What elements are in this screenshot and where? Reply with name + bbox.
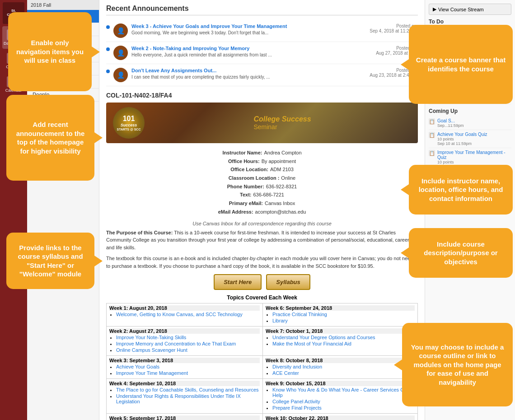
coming-up-title-item[interactable]: Improve Your Time Management - Quiz (437, 150, 511, 160)
week-header: Week 6: September 24, 2018 (266, 305, 415, 311)
topic-link[interactable]: The Place to go for Coachable Skills, Co… (116, 387, 259, 392)
topic-link[interactable]: Achieve Your Goals (116, 364, 159, 369)
announcement-title[interactable]: Don't Leave Any Assignments Out... (131, 68, 370, 73)
announcement-item: 👤 Don't Leave Any Assignments Out... I c… (106, 64, 418, 86)
callout-links: Provide links to the course syllabus and… (6, 233, 94, 289)
callout-nav: Enable only navigation items you will us… (8, 12, 92, 91)
textbook-text: The textbook for this course is an e-boo… (106, 255, 418, 270)
phone-val: 636-922-8321 (266, 184, 297, 189)
view-course-stream-button[interactable]: ▶ View Course Stream (429, 4, 511, 15)
coming-up-sub: 10 points (437, 137, 511, 141)
syllabus-button[interactable]: Syllabus (266, 274, 310, 290)
coming-up-body: Achieve Your Goals Quiz 10 points Sep 10… (437, 132, 511, 146)
banner-title: College Success (253, 115, 311, 123)
banner-title-area: College Success Seminar (253, 115, 311, 131)
coming-up-icon: 📋 (429, 118, 435, 125)
nav-year: 2018 Fall (27, 0, 99, 10)
week-header: Week 1: August 20, 2018 (109, 305, 260, 311)
callout-description-text: Include course description/purpose or ob… (416, 240, 506, 266)
banner-circle-text: 101 Success STARTS @ SCC (117, 114, 141, 131)
coming-up-title-item[interactable]: Goal S... (437, 118, 511, 123)
canvas-notice: Use Canvas Inbox for all correspondence … (106, 221, 418, 226)
callout-instructor-text: Include instructor name, location, offic… (416, 177, 506, 203)
week-header: Week 4: September 10, 2018 (109, 381, 260, 386)
callout-links-arrow (94, 256, 103, 266)
week-header: Week 3: September 3, 2018 (109, 358, 260, 363)
todo-title: To Do (429, 19, 511, 25)
callout-outline: You may choose to include a course outli… (402, 323, 513, 406)
topic-cell: Week 3: September 3, 2018Achieve Your Go… (107, 356, 263, 379)
topic-link[interactable]: Understand Your Degree Options and Cours… (272, 335, 375, 340)
callout-nav-text: Enable only navigation items you will us… (15, 38, 85, 65)
instructor-name-label: Instructor Name: (222, 150, 262, 155)
avatar: 👤 (113, 23, 128, 38)
announcement-preview: Hello everyone, Just a quick reminder th… (131, 52, 376, 57)
announcement-title[interactable]: Week 2 - Note-Taking and Improving Your … (131, 46, 376, 51)
topic-link[interactable]: ACE Center (272, 370, 299, 376)
announcement-dot (106, 47, 110, 51)
callout-description: Include course description/purpose or ob… (409, 228, 513, 278)
course-banner: 101 Success STARTS @ SCC College Success… (106, 103, 418, 143)
topic-link[interactable]: Online Campus Scavenger Hunt (116, 347, 187, 353)
banner-circle: 101 Success STARTS @ SCC (113, 107, 145, 139)
announcements-title: Recent Announcements (106, 5, 418, 15)
office-hours-label: Office Hours: (228, 159, 260, 164)
purpose-text: The Purpose of this Course: This is a 10… (106, 229, 418, 252)
office-location-val: ADM 2103 (270, 167, 294, 172)
week-header: Week 2: August 27, 2018 (109, 328, 260, 334)
week-header: Week 9: October 15, 2018 (266, 381, 415, 386)
coming-up-title: Coming Up (429, 108, 511, 114)
announcement-title[interactable]: Week 3 - Achieve Your Goals and Improve … (131, 23, 370, 29)
banner-subtitle: Seminar (253, 123, 311, 131)
callout-instructor: Include instructor name, location, offic… (409, 165, 513, 215)
announcement-item: 👤 Week 3 - Achieve Your Goals and Improv… (106, 20, 418, 42)
main-content: Recent Announcements 👤 Week 3 - Achieve … (99, 0, 425, 420)
topic-cell: Week 10: October 22, 2018Final Paper & P… (263, 414, 418, 420)
topic-cell: Week 7: October 1, 2018Understand Your D… (263, 327, 418, 356)
week-header: Week 10: October 22, 2018 (266, 415, 415, 420)
email-label: Primary eMail: (229, 201, 263, 206)
topic-link[interactable]: Understand Your Rights & Responsibilitie… (116, 393, 241, 404)
action-buttons: Start Here Syllabus (106, 274, 418, 290)
topic-link[interactable]: Prepare Final Projects (272, 405, 322, 411)
topic-cell: Week 9: October 15, 2018Know Who You Are… (263, 379, 418, 414)
topic-link[interactable]: Improve Your Time Management (116, 370, 188, 376)
start-here-button[interactable]: Start Here (214, 274, 262, 290)
avatar: 👤 (113, 68, 128, 82)
topic-link[interactable]: Diversity and Inclusion (272, 364, 322, 369)
week-header: Week 8: October 8, 2018 (266, 358, 415, 363)
topic-cell: Week 4: September 10, 2018The Place to g… (107, 379, 263, 414)
topic-link[interactable]: Library (272, 318, 288, 323)
topic-cell: Week 1: August 20, 2018Welcome, Getting … (107, 303, 263, 327)
announcement-body: Week 3 - Achieve Your Goals and Improve … (131, 23, 370, 35)
callout-description-arrow (401, 247, 409, 258)
email-val: Canvas Inbox (265, 201, 295, 206)
topic-cell: Week 2: August 27, 2018Improve Your Note… (107, 327, 263, 356)
purpose-label: The Purpose of this Course: (106, 230, 173, 235)
coming-up-icon: 📋 (429, 132, 435, 138)
week-header: Week 5: September 17, 2018 (109, 415, 260, 420)
callout-outline-text: You may choose to include a course outli… (409, 343, 506, 387)
topic-link[interactable]: Improve Memory and Concentration to Ace … (116, 341, 236, 346)
topics-title: Topics Covered Each Week (106, 294, 418, 301)
instructor-info: Instructor Name:Andrea Compton Office Ho… (106, 149, 418, 216)
announcement-dot (106, 25, 110, 29)
coming-up-title-item[interactable]: Achieve Your Goals Quiz (437, 132, 511, 137)
announcement-preview: I can see that most of you are completin… (131, 75, 370, 79)
topic-link[interactable]: Improve Your Note-Taking Skills (116, 335, 186, 340)
mail-val: acompton@stchas.edu (255, 209, 306, 215)
topic-link[interactable]: Know Who You Are & Do What You Are - Car… (272, 387, 409, 398)
mail-label: eMail Address: (218, 209, 253, 215)
announcement-dot (106, 70, 110, 73)
topic-cell: Week 6: September 24, 2018Practice Criti… (263, 303, 418, 327)
topic-link[interactable]: College Panel Activity (272, 399, 320, 404)
coming-up-sub: 10 points (437, 160, 511, 164)
instructor-name-val: Andrea Compton (264, 150, 301, 155)
topic-link[interactable]: Practice Critical Thinking (272, 312, 327, 317)
announcement-body: Don't Leave Any Assignments Out... I can… (131, 68, 370, 79)
coming-up-due: Sep...11:59pm (437, 123, 511, 128)
text-label: Text: (240, 192, 251, 197)
classroom-location-val: Online (281, 175, 295, 181)
topic-link[interactable]: Welcome, Getting to Know Canvas, and SCC… (116, 312, 243, 317)
topic-link[interactable]: Make the Most of Your Financial Aid (272, 341, 351, 346)
